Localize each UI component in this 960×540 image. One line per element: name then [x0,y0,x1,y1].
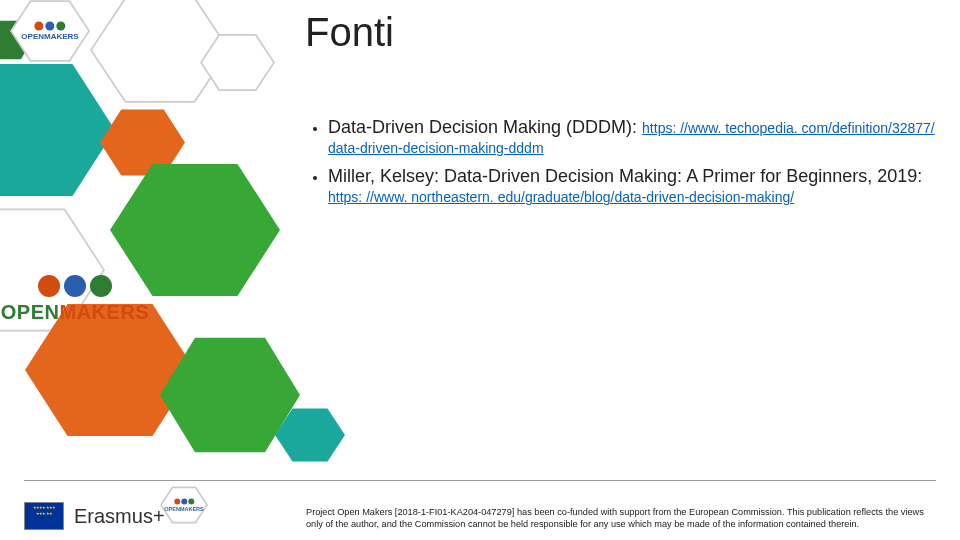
logo-text-tiny: OPENMAKERS [164,506,203,512]
list-item-text: Miller, Kelsey: Data-Driven Decision Mak… [328,166,922,186]
logo-text: OPENMAKERS [0,301,165,324]
logo-text-small: OPENMAKERS [21,32,78,41]
source-list: Data-Driven Decision Making (DDDM): http… [310,115,935,213]
openmakers-logo: OPENMAKERS [0,275,165,324]
list-item: Miller, Kelsey: Data-Driven Decision Mak… [328,164,935,207]
eu-flag-icon [24,502,64,530]
list-item: Data-Driven Decision Making (DDDM): http… [328,115,935,158]
footer: Erasmus+ OPENMAKERS Project Open Makers … [0,480,960,540]
disclaimer-text: Project Open Makers [2018-1-FI01-KA204-0… [306,507,940,530]
erasmus-text: Erasmus+ [74,505,165,528]
footer-divider [24,480,936,481]
slide: OPENMAKERS OPENMAKERS Fonti Data-Driven … [0,0,960,540]
logo-hexagon-footer: OPENMAKERS [160,484,208,526]
list-item-text: Data-Driven Decision Making (DDDM): [328,117,642,137]
page-title: Fonti [305,10,394,55]
source-link[interactable]: https: //www. northeastern. edu/graduate… [328,189,794,205]
hexagon-teal [0,55,115,205]
erasmus-logo: Erasmus+ [24,502,165,530]
